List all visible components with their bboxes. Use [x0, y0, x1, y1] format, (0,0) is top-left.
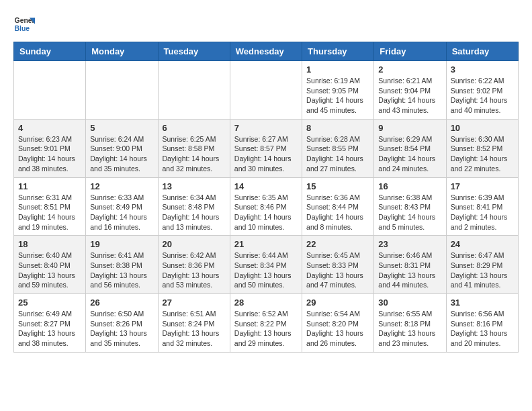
- day-number: 19: [90, 239, 153, 249]
- calendar-cell: 8Sunrise: 6:28 AM Sunset: 8:55 PM Daylig…: [302, 119, 374, 177]
- header-cell-tuesday: Tuesday: [158, 42, 230, 61]
- calendar-cell: 5Sunrise: 6:24 AM Sunset: 9:00 PM Daylig…: [86, 119, 158, 177]
- day-number: 8: [306, 123, 369, 133]
- calendar-cell: 31Sunrise: 6:56 AM Sunset: 8:16 PM Dayli…: [446, 294, 518, 353]
- day-content: Sunrise: 6:56 AM Sunset: 8:16 PM Dayligh…: [451, 309, 514, 349]
- calendar-cell: 22Sunrise: 6:45 AM Sunset: 8:33 PM Dayli…: [302, 236, 374, 294]
- calendar-cell: 7Sunrise: 6:27 AM Sunset: 8:57 PM Daylig…: [230, 119, 302, 177]
- header-cell-friday: Friday: [374, 42, 446, 61]
- calendar-cell: 3Sunrise: 6:22 AM Sunset: 9:02 PM Daylig…: [446, 61, 518, 120]
- day-content: Sunrise: 6:52 AM Sunset: 8:22 PM Dayligh…: [234, 309, 298, 349]
- calendar-cell: 24Sunrise: 6:47 AM Sunset: 8:29 PM Dayli…: [446, 236, 518, 294]
- day-content: Sunrise: 6:51 AM Sunset: 8:24 PM Dayligh…: [163, 309, 226, 349]
- calendar-cell: 18Sunrise: 6:40 AM Sunset: 8:40 PM Dayli…: [14, 236, 86, 294]
- calendar-cell: 6Sunrise: 6:25 AM Sunset: 8:58 PM Daylig…: [158, 119, 230, 177]
- calendar-cell: 1Sunrise: 6:19 AM Sunset: 9:05 PM Daylig…: [302, 61, 374, 120]
- day-content: Sunrise: 6:31 AM Sunset: 8:51 PM Dayligh…: [18, 193, 81, 232]
- calendar-cell: 29Sunrise: 6:54 AM Sunset: 8:20 PM Dayli…: [302, 294, 374, 353]
- header-cell-wednesday: Wednesday: [230, 42, 302, 61]
- day-number: 12: [90, 181, 153, 191]
- day-number: 5: [90, 123, 153, 133]
- day-content: Sunrise: 6:25 AM Sunset: 8:58 PM Dayligh…: [163, 134, 226, 174]
- calendar-cell: 17Sunrise: 6:39 AM Sunset: 8:41 PM Dayli…: [446, 177, 518, 236]
- day-content: Sunrise: 6:55 AM Sunset: 8:18 PM Dayligh…: [378, 309, 441, 349]
- calendar-table: SundayMondayTuesdayWednesdayThursdayFrid…: [13, 42, 519, 353]
- day-content: Sunrise: 6:40 AM Sunset: 8:40 PM Dayligh…: [18, 250, 81, 290]
- calendar-cell: 13Sunrise: 6:34 AM Sunset: 8:48 PM Dayli…: [158, 177, 230, 236]
- day-content: Sunrise: 6:29 AM Sunset: 8:54 PM Dayligh…: [378, 134, 441, 174]
- calendar-cell: 19Sunrise: 6:41 AM Sunset: 8:38 PM Dayli…: [86, 236, 158, 294]
- day-number: 13: [163, 181, 226, 191]
- calendar-cell: 21Sunrise: 6:44 AM Sunset: 8:34 PM Dayli…: [230, 236, 302, 294]
- day-content: Sunrise: 6:49 AM Sunset: 8:27 PM Dayligh…: [18, 309, 81, 349]
- day-content: Sunrise: 6:44 AM Sunset: 8:34 PM Dayligh…: [234, 250, 298, 290]
- header-cell-monday: Monday: [86, 42, 158, 61]
- calendar-cell: 30Sunrise: 6:55 AM Sunset: 8:18 PM Dayli…: [374, 294, 446, 353]
- day-number: 11: [18, 181, 81, 191]
- calendar-cell: 14Sunrise: 6:35 AM Sunset: 8:46 PM Dayli…: [230, 177, 302, 236]
- day-content: Sunrise: 6:23 AM Sunset: 9:01 PM Dayligh…: [18, 134, 81, 174]
- day-content: Sunrise: 6:34 AM Sunset: 8:48 PM Dayligh…: [163, 193, 226, 232]
- logo-icon: General Blue: [13, 13, 35, 35]
- day-number: 18: [18, 239, 81, 249]
- day-number: 30: [378, 298, 441, 308]
- day-number: 24: [451, 239, 514, 249]
- day-number: 3: [451, 64, 514, 75]
- day-content: Sunrise: 6:50 AM Sunset: 8:26 PM Dayligh…: [90, 309, 153, 349]
- calendar-cell: 10Sunrise: 6:30 AM Sunset: 8:52 PM Dayli…: [446, 119, 518, 177]
- day-content: Sunrise: 6:39 AM Sunset: 8:41 PM Dayligh…: [451, 193, 514, 232]
- day-content: Sunrise: 6:45 AM Sunset: 8:33 PM Dayligh…: [306, 250, 369, 290]
- header-row: SundayMondayTuesdayWednesdayThursdayFrid…: [14, 42, 519, 61]
- day-content: Sunrise: 6:46 AM Sunset: 8:31 PM Dayligh…: [378, 250, 441, 290]
- week-row-5: 25Sunrise: 6:49 AM Sunset: 8:27 PM Dayli…: [14, 294, 519, 353]
- day-content: Sunrise: 6:36 AM Sunset: 8:44 PM Dayligh…: [306, 193, 369, 232]
- day-number: 27: [163, 298, 226, 308]
- calendar-cell: 11Sunrise: 6:31 AM Sunset: 8:51 PM Dayli…: [14, 177, 86, 236]
- day-number: 6: [163, 123, 226, 133]
- calendar-cell: [86, 61, 158, 120]
- day-number: 14: [234, 181, 298, 191]
- day-content: Sunrise: 6:22 AM Sunset: 9:02 PM Dayligh…: [451, 76, 514, 116]
- calendar-cell: 20Sunrise: 6:42 AM Sunset: 8:36 PM Dayli…: [158, 236, 230, 294]
- day-content: Sunrise: 6:21 AM Sunset: 9:04 PM Dayligh…: [378, 76, 441, 116]
- day-number: 20: [163, 239, 226, 249]
- day-number: 1: [306, 64, 369, 75]
- week-row-2: 4Sunrise: 6:23 AM Sunset: 9:01 PM Daylig…: [14, 119, 519, 177]
- day-number: 29: [306, 298, 369, 308]
- week-row-3: 11Sunrise: 6:31 AM Sunset: 8:51 PM Dayli…: [14, 177, 519, 236]
- day-content: Sunrise: 6:47 AM Sunset: 8:29 PM Dayligh…: [451, 250, 514, 290]
- calendar-cell: 26Sunrise: 6:50 AM Sunset: 8:26 PM Dayli…: [86, 294, 158, 353]
- calendar-cell: [230, 61, 302, 120]
- calendar-cell: 15Sunrise: 6:36 AM Sunset: 8:44 PM Dayli…: [302, 177, 374, 236]
- day-number: 4: [18, 123, 81, 133]
- calendar-cell: 25Sunrise: 6:49 AM Sunset: 8:27 PM Dayli…: [14, 294, 86, 353]
- day-number: 28: [234, 298, 298, 308]
- calendar-cell: 16Sunrise: 6:38 AM Sunset: 8:43 PM Dayli…: [374, 177, 446, 236]
- day-content: Sunrise: 6:30 AM Sunset: 8:52 PM Dayligh…: [451, 134, 514, 174]
- day-content: Sunrise: 6:28 AM Sunset: 8:55 PM Dayligh…: [306, 134, 369, 174]
- day-number: 22: [306, 239, 369, 249]
- day-number: 2: [378, 64, 441, 75]
- day-content: Sunrise: 6:27 AM Sunset: 8:57 PM Dayligh…: [234, 134, 298, 174]
- calendar-cell: 23Sunrise: 6:46 AM Sunset: 8:31 PM Dayli…: [374, 236, 446, 294]
- calendar-cell: 28Sunrise: 6:52 AM Sunset: 8:22 PM Dayli…: [230, 294, 302, 353]
- day-content: Sunrise: 6:19 AM Sunset: 9:05 PM Dayligh…: [306, 76, 369, 116]
- day-number: 15: [306, 181, 369, 191]
- header-cell-thursday: Thursday: [302, 42, 374, 61]
- day-number: 17: [451, 181, 514, 191]
- day-number: 23: [378, 239, 441, 249]
- page-header: General Blue: [13, 13, 519, 35]
- calendar-cell: [14, 61, 86, 120]
- day-content: Sunrise: 6:24 AM Sunset: 9:00 PM Dayligh…: [90, 134, 153, 174]
- calendar-cell: [158, 61, 230, 120]
- day-content: Sunrise: 6:42 AM Sunset: 8:36 PM Dayligh…: [163, 250, 226, 290]
- calendar-cell: 9Sunrise: 6:29 AM Sunset: 8:54 PM Daylig…: [374, 119, 446, 177]
- day-content: Sunrise: 6:38 AM Sunset: 8:43 PM Dayligh…: [378, 193, 441, 232]
- calendar-cell: 12Sunrise: 6:33 AM Sunset: 8:49 PM Dayli…: [86, 177, 158, 236]
- day-number: 7: [234, 123, 298, 133]
- day-number: 16: [378, 181, 441, 191]
- day-number: 10: [451, 123, 514, 133]
- week-row-1: 1Sunrise: 6:19 AM Sunset: 9:05 PM Daylig…: [14, 61, 519, 120]
- calendar-cell: 2Sunrise: 6:21 AM Sunset: 9:04 PM Daylig…: [374, 61, 446, 120]
- day-number: 21: [234, 239, 298, 249]
